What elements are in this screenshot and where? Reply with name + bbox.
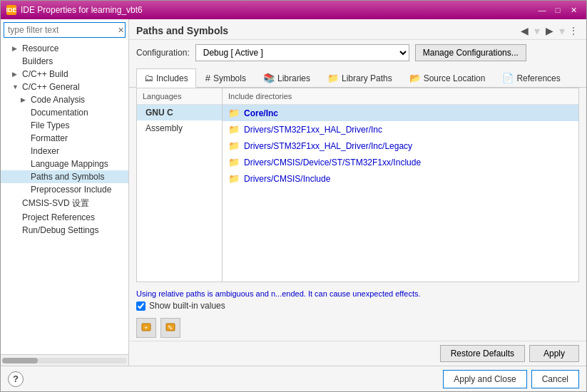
- sidebar-item-file-types[interactable]: File Types: [1, 119, 128, 132]
- tab-icon-libraries: 📚: [263, 73, 275, 83]
- sidebar-item-code-analysis[interactable]: ▶Code Analysis: [1, 93, 128, 106]
- tab-label-source-location: Source Location: [424, 73, 486, 83]
- show-builtin-label: Show built-in values: [149, 301, 225, 311]
- languages-list: GNU CAssembly: [137, 105, 222, 136]
- window-title: IDE Properties for learning_vbt6: [21, 5, 143, 15]
- scroll-track: [2, 358, 127, 363]
- tab-includes[interactable]: 🗂Includes: [136, 68, 196, 88]
- close-button[interactable]: ✕: [566, 4, 581, 16]
- manage-configurations-button[interactable]: Manage Configurations...: [415, 44, 526, 61]
- tab-references[interactable]: 📄References: [494, 68, 568, 87]
- main-content: ✕ ▶ResourceBuilders▶C/C++ Build▼C/C++ Ge…: [1, 19, 586, 366]
- language-item-gnu-c[interactable]: GNU C: [137, 105, 222, 120]
- language-item-assembly[interactable]: Assembly: [137, 120, 222, 136]
- languages-panel: Languages GNU CAssembly: [137, 88, 223, 282]
- panel-header: Paths and Symbols ◀ ▾ ▶ ▾ ⋮: [129, 19, 586, 40]
- tab-symbols[interactable]: #Symbols: [198, 68, 254, 87]
- sidebar-item-label: Formatter: [31, 133, 68, 143]
- tab-source-location[interactable]: 📂Source Location: [402, 68, 494, 87]
- toolbar-icons-row: + ✎: [129, 315, 586, 341]
- config-select[interactable]: Debug [ Active ]: [195, 44, 409, 61]
- dir-item-cmsis-device[interactable]: 📁Drivers/CMSIS/Device/ST/STM32F1xx/Inclu…: [223, 154, 578, 170]
- sidebar-item-project-references[interactable]: Project References: [1, 211, 128, 224]
- sidebar-item-cmsis-svd[interactable]: CMSIS-SVD 设置: [1, 196, 128, 211]
- include-dirs-panel: Include directories 📁Core/Inc📁Drivers/ST…: [223, 88, 578, 282]
- tree-arrow: ▶: [12, 45, 19, 52]
- tab-libraries[interactable]: 📚Libraries: [255, 68, 318, 87]
- tab-label-references: References: [516, 73, 560, 83]
- sidebar-item-formatter[interactable]: Formatter: [1, 132, 128, 145]
- maximize-button[interactable]: □: [551, 4, 565, 16]
- sidebar-item-cpp-general[interactable]: ▼C/C++ General: [1, 81, 128, 93]
- dir-folder-icon: 📁: [228, 157, 240, 167]
- sidebar-item-language-mappings[interactable]: Language Mappings: [1, 158, 128, 170]
- svg-text:✎: ✎: [168, 324, 173, 331]
- tab-label-libraries: Libraries: [277, 73, 310, 83]
- show-builtin-checkbox[interactable]: [136, 301, 146, 311]
- minimize-button[interactable]: —: [535, 4, 549, 16]
- sidebar-item-paths-and-symbols[interactable]: Paths and Symbols: [1, 170, 128, 183]
- tree-arrow: ▶: [12, 71, 19, 78]
- tab-icon-symbols: #: [205, 73, 210, 83]
- sidebar-item-label: Resource: [22, 43, 58, 53]
- tab-library-paths[interactable]: 📁Library Paths: [320, 68, 400, 87]
- footer-bar: ? Apply and Close Cancel: [1, 366, 586, 391]
- panel-nav: ◀ ▾ ▶ ▾ ⋮: [518, 24, 579, 38]
- sidebar-item-resource[interactable]: ▶Resource: [1, 42, 128, 55]
- content-area: Languages GNU CAssembly Include director…: [136, 88, 579, 282]
- sidebar-item-indexer[interactable]: Indexer: [1, 145, 128, 158]
- config-row: Configuration: Debug [ Active ] Manage C…: [129, 40, 586, 66]
- edit-icon-button[interactable]: ✎: [160, 318, 180, 338]
- sidebar-item-label: C/C++ Build: [22, 69, 68, 79]
- sidebar-item-cpp-build[interactable]: ▶C/C++ Build: [1, 68, 128, 81]
- dir-text: Core/Inc: [244, 108, 278, 118]
- tree-arrow: ▼: [12, 83, 19, 91]
- sidebar-item-label: Run/Debug Settings: [22, 225, 98, 235]
- tab-icon-includes: 🗂: [144, 73, 153, 83]
- dir-item-stm32-hal-legacy[interactable]: 📁Drivers/STM32F1xx_HAL_Driver/Inc/Legacy: [223, 138, 578, 154]
- svg-text:+: +: [144, 324, 148, 331]
- sidebar-item-label: Code Analysis: [31, 95, 85, 105]
- cancel-button[interactable]: Cancel: [531, 370, 579, 388]
- sidebar-item-label: Preprocessor Include: [31, 185, 111, 195]
- tab-label-includes: Includes: [156, 73, 188, 83]
- nav-separator: ▾: [534, 24, 540, 38]
- nav-menu-button[interactable]: ⋮: [568, 24, 579, 37]
- footer-buttons: Apply and Close Cancel: [443, 370, 579, 388]
- dir-item-cmsis-inc[interactable]: 📁Drivers/CMSIS/Include: [223, 170, 578, 187]
- sidebar-item-builders[interactable]: Builders: [1, 55, 128, 68]
- tab-icon-source-location: 📂: [409, 73, 421, 83]
- search-clear-icon[interactable]: ✕: [118, 26, 124, 35]
- dir-folder-icon: 📁: [228, 108, 240, 118]
- tabs-bar: 🗂Includes#Symbols📚Libraries📁Library Path…: [129, 68, 586, 88]
- help-button[interactable]: ?: [8, 371, 24, 387]
- sidebar-item-run-debug-settings[interactable]: Run/Debug Settings: [1, 224, 128, 237]
- search-input[interactable]: [4, 22, 126, 38]
- right-panel: Paths and Symbols ◀ ▾ ▶ ▾ ⋮ Configuratio…: [129, 19, 586, 366]
- dir-folder-icon: 📁: [228, 173, 240, 184]
- sidebar-item-documentation[interactable]: Documentation: [1, 106, 128, 119]
- tab-label-library-paths: Library Paths: [342, 73, 392, 83]
- dir-item-stm32-hal-inc[interactable]: 📁Drivers/STM32F1xx_HAL_Driver/Inc: [223, 121, 578, 138]
- apply-button[interactable]: Apply: [529, 345, 579, 362]
- sidebar-item-label: Language Mappings: [31, 159, 108, 169]
- tree-arrow: ▶: [21, 96, 28, 103]
- sidebar-item-label: Project References: [22, 212, 95, 222]
- restore-defaults-button[interactable]: Restore Defaults: [440, 345, 525, 362]
- tab-label-symbols: Symbols: [213, 73, 246, 83]
- sidebar: ✕ ▶ResourceBuilders▶C/C++ Build▼C/C++ Ge…: [1, 19, 129, 366]
- scroll-thumb: [2, 358, 38, 363]
- dir-list: 📁Core/Inc📁Drivers/STM32F1xx_HAL_Driver/I…: [223, 105, 578, 282]
- dir-folder-icon: 📁: [228, 140, 240, 151]
- apply-and-close-button[interactable]: Apply and Close: [443, 370, 526, 388]
- dir-item-core-inc[interactable]: 📁Core/Inc: [223, 105, 578, 121]
- sidebar-item-preprocessor-include[interactable]: Preprocessor Include: [1, 183, 128, 196]
- dir-text: Drivers/CMSIS/Device/ST/STM32F1xx/Includ…: [244, 158, 421, 167]
- add-icon-button[interactable]: +: [136, 318, 156, 338]
- nav-forward-button[interactable]: ▶: [543, 24, 556, 38]
- sidebar-item-label: Paths and Symbols: [31, 172, 104, 182]
- nav-back-button[interactable]: ◀: [518, 24, 531, 38]
- sidebar-item-label: Indexer: [31, 146, 59, 156]
- dir-folder-icon: 📁: [228, 124, 240, 135]
- sidebar-scrollbar[interactable]: [1, 354, 128, 366]
